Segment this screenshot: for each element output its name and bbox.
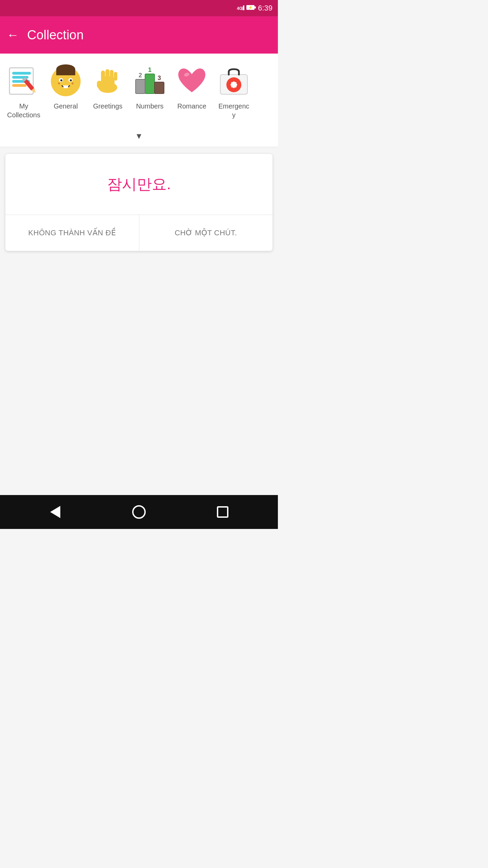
svg-rect-7 (12, 72, 31, 75)
svg-rect-4 (255, 6, 256, 8)
svg-point-23 (72, 82, 74, 84)
nav-home-icon (132, 505, 146, 519)
category-section: My Collections (0, 54, 278, 127)
svg-rect-10 (12, 84, 26, 87)
bottom-nav (0, 495, 278, 529)
phrase-translation-1[interactable]: KHÔNG THÀNH VẤN ĐỀ (5, 215, 139, 251)
category-item-emergency[interactable]: Emergency (214, 62, 254, 122)
app-bar: ← Collection (0, 16, 278, 54)
svg-rect-34 (136, 79, 145, 94)
phrase-translation-1-text: KHÔNG THÀNH VẤN ĐỀ (28, 229, 116, 237)
emergency-icon (217, 64, 251, 98)
svg-text:3: 3 (158, 75, 161, 81)
romance-icon (175, 64, 209, 98)
general-icon (49, 64, 83, 98)
category-item-greetings[interactable]: Greetings (87, 62, 128, 122)
category-label-numbers: Numbers (136, 102, 163, 111)
status-time: 6:39 (258, 4, 272, 13)
chevron-down-icon[interactable]: ▾ (137, 130, 141, 141)
phrase-translation-2[interactable]: CHỜ MỘT CHÚT. (139, 215, 273, 251)
svg-rect-32 (145, 74, 155, 94)
category-label-my-collections: My Collections (7, 102, 41, 119)
svg-point-20 (60, 79, 62, 81)
svg-rect-44 (230, 84, 237, 86)
back-button[interactable]: ← (7, 29, 19, 41)
svg-text:1: 1 (148, 66, 151, 73)
category-label-romance: Romance (177, 102, 206, 111)
status-icons: 4G ⚡ 6:39 (237, 4, 272, 13)
phrase-card: 잠시만요. KHÔNG THÀNH VẤN ĐỀ CHỜ MỘT CHÚT. (5, 154, 272, 251)
category-label-general: General (54, 102, 78, 111)
svg-rect-24 (63, 86, 68, 88)
svg-rect-36 (155, 82, 164, 94)
svg-text:⚡: ⚡ (248, 5, 253, 10)
svg-rect-27 (97, 81, 102, 88)
phrase-main: 잠시만요. (5, 154, 272, 215)
app-title: Collection (27, 28, 84, 42)
category-scroll: My Collections (3, 62, 274, 122)
svg-rect-30 (110, 70, 114, 80)
signal-icon: 4G (237, 5, 244, 12)
svg-text:4G: 4G (237, 6, 242, 11)
category-item-my-collections[interactable]: My Collections (3, 62, 44, 122)
category-label-greetings: Greetings (93, 102, 123, 111)
nav-home-button[interactable] (130, 504, 147, 520)
category-item-numbers[interactable]: 1 2 3 Numbers (129, 62, 170, 122)
phrase-translation-2-text: CHỜ MỘT CHÚT. (175, 229, 237, 237)
phrase-translations: KHÔNG THÀNH VẤN ĐỀ CHỜ MỘT CHÚT. (5, 215, 272, 251)
my-collections-icon (7, 64, 41, 98)
category-item-romance[interactable]: Romance (171, 62, 212, 122)
svg-rect-28 (101, 71, 105, 80)
nav-back-button[interactable] (47, 504, 64, 520)
nav-back-icon (50, 506, 60, 518)
nav-recent-button[interactable] (214, 504, 231, 520)
svg-point-22 (58, 82, 60, 84)
svg-point-21 (70, 79, 72, 81)
nav-recent-icon (217, 506, 228, 518)
phrase-korean: 잠시만요. (107, 174, 171, 194)
svg-rect-17 (56, 69, 75, 75)
svg-rect-31 (114, 72, 117, 81)
battery-icon: ⚡ (246, 4, 256, 12)
svg-rect-29 (105, 69, 109, 80)
chevron-row[interactable]: ▾ (0, 127, 278, 147)
status-bar: 4G ⚡ 6:39 (0, 0, 278, 16)
category-label-emergency: Emergency (217, 102, 251, 119)
svg-text:2: 2 (139, 72, 142, 79)
svg-rect-1 (242, 7, 243, 10)
category-item-general[interactable]: General (45, 62, 86, 122)
svg-rect-2 (243, 5, 244, 10)
greetings-icon (91, 64, 125, 98)
numbers-icon: 1 2 3 (133, 64, 167, 98)
